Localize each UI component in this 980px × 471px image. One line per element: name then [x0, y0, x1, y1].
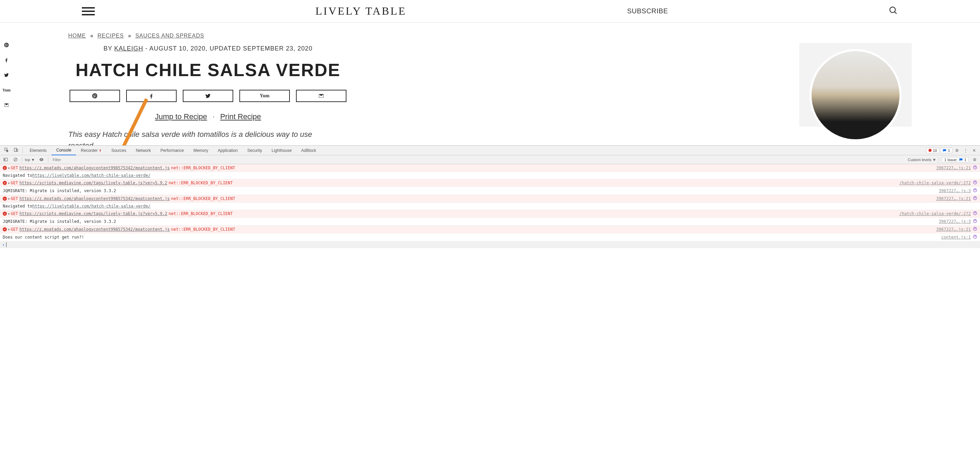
devtools-tab-sources[interactable]: Sources [107, 146, 131, 155]
author-photo [799, 43, 912, 127]
more-icon[interactable]: ⋮ [962, 148, 970, 153]
log-levels-selector[interactable]: Custom levels ▼ [908, 158, 936, 162]
author-link[interactable]: KALEIGH [114, 45, 143, 52]
share-yummly-button[interactable]: Yum [239, 90, 290, 102]
console-row[interactable]: Does our content script get run?!content… [0, 233, 980, 241]
devtools-panel: ElementsConsoleRecorder⬆SourcesNetworkPe… [0, 145, 980, 248]
breadcrumb-recipes[interactable]: RECIPES [97, 33, 124, 38]
devtools-tab-network[interactable]: Network [131, 146, 156, 155]
settings-icon[interactable]: ⚙ [953, 148, 961, 153]
console-row[interactable]: ✕▶GET https://z.moatads.com/ahaologycont… [0, 226, 980, 233]
console-row[interactable]: JQMIGRATE: Migrate is installed, version… [0, 218, 980, 226]
subscribe-link[interactable]: SUBSCRIBE [627, 7, 668, 15]
console-row[interactable]: ✕▶GET https://scripts.mediavine.com/tags… [0, 179, 980, 187]
context-selector[interactable]: top ▼ [25, 158, 35, 162]
devtools-tab-console[interactable]: Console [51, 146, 76, 155]
svg-point-0 [889, 7, 895, 13]
share-pinterest-button[interactable] [70, 90, 120, 102]
search-icon[interactable] [889, 6, 898, 16]
devtools-tab-lighthouse[interactable]: Lighthouse [267, 146, 297, 155]
console-row[interactable]: ✕▶GET https://z.moatads.com/ahaologycont… [0, 164, 980, 172]
error-count-chip[interactable]: 10 [926, 148, 939, 153]
devtools-tab-performance[interactable]: Performance [156, 146, 189, 155]
devtools-tab-adblock[interactable]: AdBlock [296, 146, 321, 155]
share-twitter-button[interactable] [183, 90, 233, 102]
console-log-area: ✕▶GET https://z.moatads.com/ahaologycont… [0, 164, 980, 241]
devtools-tab-memory[interactable]: Memory [189, 146, 213, 155]
issues-chip[interactable]: 1 Issue: 1 [942, 157, 969, 163]
devtools-tab-elements[interactable]: Elements [25, 146, 51, 155]
breadcrumb-home[interactable]: HOME [68, 33, 86, 38]
devtools-tabs: ElementsConsoleRecorder⬆SourcesNetworkPe… [0, 146, 980, 155]
console-row[interactable]: Navigated to https://livelytable.com/hat… [0, 172, 980, 179]
site-logo[interactable]: LIVELY TABLE [315, 5, 406, 18]
hamburger-menu[interactable] [82, 7, 95, 15]
byline: BY KALEIGH - AUGUST 10, 2020, UPDATED SE… [68, 45, 348, 52]
content-area: HOME » RECIPES » SAUCES AND SPREADS BY K… [0, 22, 980, 145]
console-toolbar: top ▼ Custom levels ▼ 1 Issue: 1 ⚙ [0, 155, 980, 164]
share-row: Yum [68, 90, 348, 102]
message-count-chip[interactable]: 1 [940, 148, 952, 153]
inspect-icon[interactable] [2, 147, 11, 153]
recipe-links: Jump to Recipe · Print Recipe [68, 112, 348, 121]
prompt-chevron-icon: › [3, 242, 4, 247]
live-expression-icon[interactable] [38, 157, 45, 162]
clear-console-icon[interactable] [12, 157, 19, 162]
devtools-tab-security[interactable]: Security [242, 146, 267, 155]
page-header: LIVELY TABLE SUBSCRIBE [0, 0, 980, 22]
jump-to-recipe-link[interactable]: Jump to Recipe [155, 112, 207, 121]
svg-line-11 [14, 158, 17, 161]
console-row[interactable]: ✕▶GET https://scripts.mediavine.com/tags… [0, 210, 980, 218]
breadcrumb: HOME » RECIPES » SAUCES AND SPREADS [68, 33, 912, 39]
page-title: HATCH CHILE SALSA VERDE [68, 60, 348, 80]
devtools-tab-application[interactable]: Application [213, 146, 243, 155]
close-icon[interactable]: ✕ [970, 148, 978, 153]
svg-marker-9 [5, 159, 5, 160]
filter-input[interactable] [51, 157, 905, 163]
console-row[interactable]: Navigated to https://livelytable.com/hat… [0, 203, 980, 210]
console-prompt[interactable]: › [0, 241, 980, 248]
breadcrumb-category[interactable]: SAUCES AND SPREADS [135, 33, 204, 38]
share-email-button[interactable] [296, 90, 347, 102]
print-recipe-link[interactable]: Print Recipe [220, 112, 261, 121]
device-toggle-icon[interactable] [11, 147, 21, 153]
console-settings-icon[interactable]: ⚙ [972, 157, 978, 162]
console-sidebar-toggle-icon[interactable] [2, 157, 9, 162]
console-row[interactable]: JQMIGRATE: Migrate is installed, version… [0, 187, 980, 195]
svg-line-1 [894, 12, 896, 14]
intro-text: This easy Hatch chile salsa verde with t… [68, 129, 327, 145]
devtools-tab-recorder[interactable]: Recorder⬆ [76, 146, 107, 155]
console-row[interactable]: ✕▶GET https://z.moatads.com/ahaologycont… [0, 195, 980, 203]
share-facebook-button[interactable] [126, 90, 177, 102]
